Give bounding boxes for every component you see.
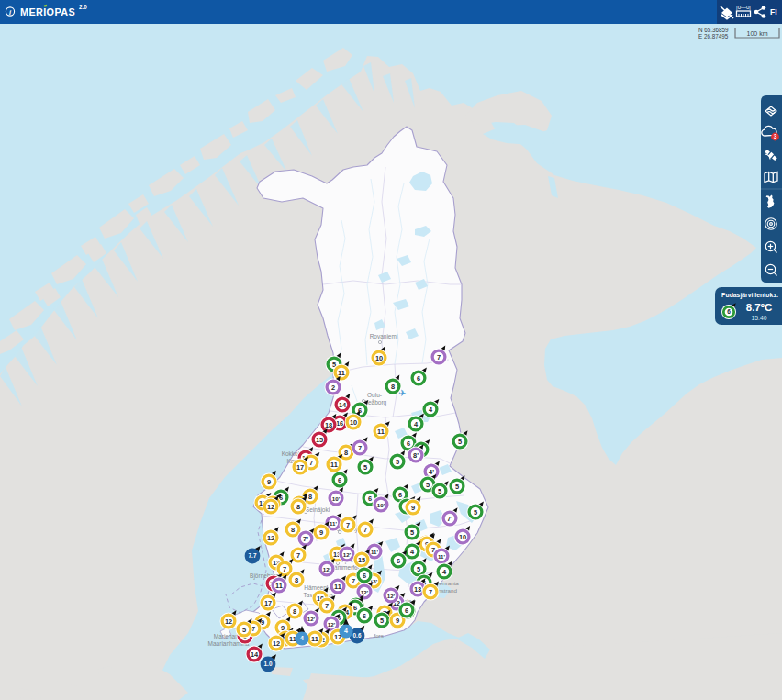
svg-text:N 65.36859: N 65.36859 (698, 27, 729, 33)
svg-text:9: 9 (319, 528, 323, 537)
svg-text:12': 12' (323, 566, 331, 572)
svg-text:5: 5 (363, 463, 367, 472)
svg-text:1.0: 1.0 (264, 661, 273, 667)
svg-text:6: 6 (363, 572, 366, 580)
svg-text:12: 12 (273, 639, 280, 648)
svg-text:Pudasjärvi lentok...: Pudasjärvi lentok... (721, 292, 778, 299)
svg-text:3: 3 (774, 133, 777, 139)
svg-text:7: 7 (429, 588, 432, 596)
svg-text:100 km: 100 km (747, 30, 768, 37)
svg-text:5: 5 (438, 487, 441, 495)
svg-text:10: 10 (459, 533, 466, 541)
svg-text:2.0: 2.0 (79, 4, 87, 10)
svg-text:11: 11 (377, 428, 385, 436)
svg-text:12: 12 (267, 534, 274, 542)
svg-text:E 26.87495: E 26.87495 (698, 33, 729, 39)
svg-text:6: 6 (407, 439, 410, 448)
svg-text:5: 5 (410, 528, 414, 537)
svg-text:5: 5 (474, 508, 477, 517)
svg-text:6: 6 (368, 494, 372, 503)
svg-text:5: 5 (380, 617, 384, 625)
svg-text:11: 11 (311, 635, 318, 643)
svg-text:15: 15 (316, 436, 323, 444)
svg-text:8: 8 (391, 383, 395, 391)
svg-text:9: 9 (267, 478, 271, 486)
svg-text:9: 9 (411, 504, 415, 512)
svg-text:10: 10 (350, 418, 357, 427)
svg-text:7: 7 (358, 444, 362, 452)
svg-text:8: 8 (291, 526, 295, 534)
svg-text:7.7: 7.7 (249, 552, 257, 559)
svg-text:8: 8 (293, 607, 296, 616)
svg-text:13: 13 (414, 585, 421, 594)
svg-text:6: 6 (417, 374, 420, 383)
svg-text:11: 11 (275, 582, 283, 590)
svg-text:7': 7' (303, 535, 308, 543)
svg-text:7: 7 (309, 459, 313, 467)
svg-text:6: 6 (727, 308, 731, 315)
svg-text:5: 5 (458, 438, 462, 446)
svg-text:18: 18 (325, 421, 332, 429)
svg-text:Seinäjoki: Seinäjoki (306, 506, 330, 514)
svg-text:11: 11 (330, 461, 338, 469)
svg-text:7: 7 (346, 521, 350, 529)
svg-text:6: 6 (398, 491, 402, 499)
svg-text:|0—0|: |0—0| (736, 5, 751, 10)
svg-text:15: 15 (358, 556, 365, 564)
svg-text:0.6: 0.6 (353, 632, 362, 639)
svg-text:5: 5 (417, 565, 420, 573)
svg-text:12': 12' (328, 621, 336, 628)
svg-text:...fors: ...fors (369, 632, 383, 639)
svg-text:12': 12' (307, 616, 316, 622)
svg-text:6: 6 (338, 476, 341, 484)
svg-text:6: 6 (363, 612, 366, 620)
svg-text:6: 6 (397, 557, 400, 565)
svg-text:Rovaniemi: Rovaniemi (370, 333, 398, 339)
svg-text:17: 17 (264, 599, 272, 607)
svg-text:MERIOPAS: MERIOPAS (20, 6, 75, 17)
svg-text:4': 4' (429, 468, 434, 476)
svg-text:7: 7 (283, 565, 286, 573)
svg-text:8.7ºC: 8.7ºC (746, 302, 773, 313)
svg-text:8: 8 (308, 493, 312, 501)
svg-text:›: › (774, 292, 776, 300)
svg-text:5: 5 (396, 458, 399, 466)
svg-text:7: 7 (352, 577, 355, 585)
svg-text:11': 11' (438, 553, 446, 560)
svg-text:17: 17 (296, 463, 304, 472)
svg-text:7: 7 (437, 353, 441, 361)
svg-text:7: 7 (325, 602, 329, 610)
svg-text:10': 10' (377, 502, 385, 508)
svg-text:6: 6 (405, 606, 408, 615)
svg-text:8: 8 (296, 503, 300, 511)
svg-text:4: 4 (300, 635, 304, 641)
svg-text:FI: FI (770, 7, 777, 17)
svg-text:5: 5 (242, 626, 246, 634)
svg-text:7: 7 (363, 526, 367, 534)
svg-text:8': 8' (413, 451, 419, 460)
svg-text:7: 7 (296, 551, 300, 560)
svg-text:7': 7' (447, 515, 452, 523)
svg-text:4: 4 (344, 628, 348, 634)
svg-text:11: 11 (338, 369, 345, 377)
svg-text:10': 10' (332, 495, 341, 502)
svg-text:5: 5 (426, 481, 430, 489)
svg-text:8: 8 (295, 576, 298, 584)
svg-text:11': 11' (371, 549, 379, 555)
svg-text:12': 12' (343, 551, 352, 558)
svg-text:6: 6 (353, 604, 357, 612)
svg-text:12': 12' (361, 589, 369, 595)
svg-text:9: 9 (396, 617, 399, 625)
svg-text:11: 11 (334, 583, 341, 591)
svg-text:14: 14 (339, 401, 347, 409)
svg-text:Oulu-: Oulu- (367, 392, 382, 398)
svg-text:10: 10 (375, 354, 383, 362)
svg-text:14: 14 (251, 650, 259, 659)
svg-text:15:40: 15:40 (751, 315, 766, 321)
svg-text:12: 12 (267, 503, 274, 511)
svg-text:5: 5 (455, 483, 459, 491)
svg-text:2: 2 (331, 383, 335, 392)
svg-text:11': 11' (330, 520, 338, 527)
svg-text:8: 8 (344, 449, 348, 457)
svg-text:12: 12 (225, 617, 232, 626)
